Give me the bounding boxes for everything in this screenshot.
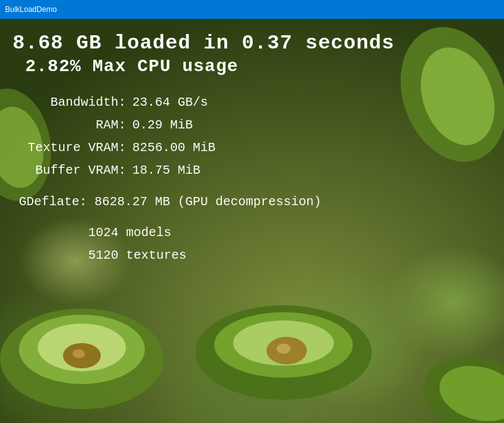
buffer-vram-label: Buffer VRAM: (13, 159, 126, 182)
gdeflate-text: GDeflate: 8628.27 MB (GPU decompression) (19, 195, 491, 209)
ram-label: RAM: (13, 114, 126, 137)
bandwidth-row: Bandwidth: 23.64 GB/s (13, 91, 491, 114)
texture-vram-row: Texture VRAM: 8256.00 MiB (13, 137, 491, 159)
texture-vram-label: Texture VRAM: (13, 137, 126, 159)
svg-point-4 (72, 349, 85, 358)
ram-value: 0.29 MiB (132, 114, 193, 137)
svg-point-9 (277, 344, 290, 354)
ram-row: RAM: 0.29 MiB (13, 114, 491, 137)
texture-vram-value: 8256.00 MiB (132, 137, 215, 159)
stats-overlay: 8.68 GB loaded in 0.37 seconds 2.82% Max… (0, 25, 504, 273)
window-title: BulkLoadDemo (5, 5, 57, 14)
stats-table: Bandwidth: 23.64 GB/s RAM: 0.29 MiB Text… (13, 91, 491, 182)
models-section: 1024 models 5120 textures (88, 222, 491, 267)
textures-text: 5120 textures (88, 244, 491, 267)
buffer-vram-value: 18.75 MiB (132, 159, 200, 182)
title-bar: BulkLoadDemo (0, 0, 504, 19)
load-time-text: 8.68 GB loaded in 0.37 seconds (13, 31, 491, 55)
models-text: 1024 models (88, 222, 491, 244)
bandwidth-label: Bandwidth: (13, 91, 126, 114)
buffer-vram-row: Buffer VRAM: 18.75 MiB (13, 159, 491, 182)
bandwidth-value: 23.64 GB/s (132, 91, 208, 114)
cpu-usage-text: 2.82% Max CPU usage (25, 55, 491, 78)
main-content: 8.68 GB loaded in 0.37 seconds 2.82% Max… (0, 19, 504, 423)
